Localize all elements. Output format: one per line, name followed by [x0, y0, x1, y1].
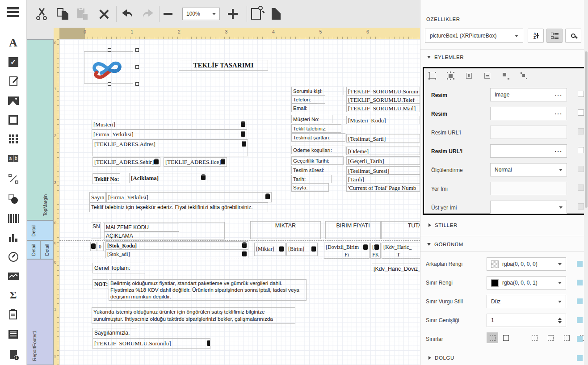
binding-indicator[interactable]: [577, 261, 583, 267]
label-note-text[interactable]: Belirtmiş olduğumuz fiyatlar, standart p…: [109, 279, 307, 301]
section-gorunum[interactable]: GÖRÜNÜM: [427, 242, 463, 247]
label-odeme-kosullari[interactable]: Ödeme koşulları:: [291, 146, 345, 154]
label-teslimat-sartlari[interactable]: Teslimat şartları:: [291, 133, 345, 142]
menu-icon[interactable]: [7, 7, 19, 17]
field-stok-adi[interactable]: [Stok_adi]: [105, 250, 248, 258]
panel-scrollbar[interactable]: [584, 0, 588, 365]
page-info-tool[interactable]: [0, 306, 26, 323]
band-reportfooter[interactable]: ReportFooter1: [27, 259, 54, 365]
field-dovizli-birim-fiyat[interactable]: [Dovizli_BirimFi: [324, 243, 370, 259]
band-detail[interactable]: Detail: [27, 220, 54, 240]
field-kdv-haric[interactable]: [Kdv_Haric_T: [382, 243, 420, 259]
field-firma-yetkilisi[interactable]: [Firma_Yetkilisi]: [92, 130, 247, 139]
cut-button[interactable]: [36, 6, 47, 21]
label-genel-toplam[interactable]: Genel Toplam:: [92, 263, 145, 273]
scripts-button[interactable]: [272, 6, 281, 21]
field-sorumlu[interactable]: [TEKLIF_SORUMLU.Sorum: [346, 87, 420, 95]
field-teslimat-suresi[interactable]: [Teslimat_Suresi]: [346, 166, 420, 175]
section-dolgu[interactable]: DOLGU: [428, 355, 454, 361]
label-teklif-no[interactable]: Teklif No:: [92, 173, 120, 184]
page-break-tool[interactable]: i: [0, 346, 26, 364]
binding-indicator[interactable]: [577, 280, 583, 285]
binding-indicator[interactable]: [577, 336, 583, 342]
detail-db-cell[interactable]: [90, 242, 97, 251]
field-odeme[interactable]: [Odeme]: [346, 147, 420, 155]
center-vertically-icon[interactable]: [483, 72, 491, 80]
zoom-select[interactable]: 100%: [182, 8, 220, 20]
size-shrink-icon[interactable]: [520, 72, 528, 80]
section-stiller[interactable]: STILLER: [428, 222, 458, 228]
ellipsis-icon[interactable]: ···: [555, 148, 563, 155]
spinner-up-icon[interactable]: [558, 318, 562, 320]
table-of-contents-tool[interactable]: [0, 325, 26, 343]
field-stok-kodu[interactable]: [Stok_Kodu]: [105, 241, 248, 250]
field-toplam[interactable]: [TFK: [370, 243, 381, 259]
report-title-label[interactable]: TEKLİF TASARIMI: [179, 60, 268, 71]
panel-tool[interactable]: [0, 111, 26, 129]
field-ilce[interactable]: [TEKLIF_ADRES.ilce]: [164, 157, 227, 167]
summary-tool[interactable]: Σ: [0, 286, 26, 304]
table-tool[interactable]: [0, 130, 26, 148]
shape-tool[interactable]: [0, 190, 26, 208]
label-tarih[interactable]: Tarih:: [291, 175, 332, 183]
size-grow-icon[interactable]: [502, 72, 509, 80]
label-teklif-talebiniz[interactable]: Teklif talebiniz:: [291, 124, 341, 133]
resize-handle[interactable]: [135, 48, 139, 52]
prop-resim-1-input[interactable]: Image···: [490, 88, 567, 101]
binding-indicator[interactable]: [577, 298, 583, 304]
label-sorumlu-kisi[interactable]: Sorumlu kişi:: [291, 87, 344, 95]
preview-button[interactable]: [251, 6, 261, 21]
header-tutar[interactable]: TUTAR: [381, 221, 420, 239]
prop-sinir-vurgu-select[interactable]: Düz: [487, 295, 566, 308]
zoom-in-button[interactable]: [228, 6, 238, 21]
fit-bounds-to-container-icon[interactable]: [428, 72, 436, 80]
prop-resim-url-2-input[interactable]: ···: [490, 144, 567, 158]
label-not[interactable]: NOT:: [92, 279, 108, 289]
zoom-out-button[interactable]: [164, 6, 172, 21]
label-telefon[interactable]: Telefon:: [291, 95, 325, 104]
line-tool[interactable]: [0, 170, 26, 188]
band-topmargin[interactable]: TopMargin: [27, 39, 54, 220]
scrollbar-thumb[interactable]: [585, 51, 588, 208]
binding-indicator[interactable]: [577, 317, 583, 323]
border-box-button[interactable]: [500, 332, 512, 343]
label-closing-text[interactable]: Yukarıda istemiş olduğunuz ürünler için …: [92, 307, 295, 324]
resize-handle[interactable]: [135, 65, 139, 69]
design-canvas[interactable]: TEKLİF TASARIMI Sorumlu kişi: Telefon: E…: [59, 39, 420, 365]
richtext-tool[interactable]: [0, 72, 26, 90]
prop-resim-1-checkbox[interactable]: [578, 91, 584, 97]
logo-picture-box[interactable]: [84, 51, 133, 84]
label-tool[interactable]: A: [0, 34, 26, 52]
search-button[interactable]: [565, 29, 581, 43]
copy-button[interactable]: [56, 6, 69, 21]
prop-resim-url-2-checkbox[interactable]: [578, 147, 584, 153]
field-musteri[interactable]: [Musteri]: [92, 120, 247, 130]
border-left-button[interactable]: [529, 332, 540, 343]
band-detail-inner[interactable]: Detail: [40, 240, 54, 259]
label-teslim-suresi[interactable]: Teslim süresi:: [291, 166, 337, 174]
field-mail[interactable]: [TEKLIF_SORUMLU.Mail]: [346, 104, 420, 112]
prop-ust-yer-imi-select[interactable]: [490, 201, 567, 214]
binding-indicator[interactable]: [577, 355, 583, 361]
field-gecerli-tarih[interactable]: [Geçerli_Tarih]: [346, 156, 420, 165]
character-comb-tool[interactable]: ab: [0, 149, 26, 167]
label-sayfa[interactable]: Sayfa:: [291, 183, 329, 192]
resize-handle[interactable]: [108, 48, 111, 52]
header-aciklama[interactable]: AÇIKLAMA: [104, 231, 179, 239]
prop-resim-url-1-input[interactable]: [490, 126, 567, 139]
prop-sinir-rengi-select[interactable]: rgba(0, 0, 0, 1): [487, 276, 566, 289]
band-detail-outer[interactable]: Detail: [27, 240, 41, 259]
prop-resim-2-input[interactable]: ···: [490, 107, 567, 120]
undo-button[interactable]: [121, 6, 134, 21]
ellipsis-icon[interactable]: ···: [555, 110, 563, 117]
field-tarih[interactable]: [Tarih]: [346, 175, 420, 183]
center-horizontally-icon[interactable]: [465, 72, 473, 80]
field-firma-yetkilisi-2[interactable]: [Firma_Yetkilisi]: [106, 192, 272, 202]
prop-sinir-genisligi-spinner[interactable]: 1: [487, 314, 566, 327]
section-eylemler[interactable]: EYLEMLER: [427, 55, 464, 60]
field-telefon[interactable]: [TEKLIF_SORUMLU.Telef: [346, 95, 420, 104]
sort-az-button[interactable]: AZ: [528, 29, 544, 43]
picturebox-tool[interactable]: [0, 92, 26, 109]
field-miktar[interactable]: [Miktar]: [254, 243, 286, 256]
header-sn[interactable]: SN: [91, 222, 101, 239]
